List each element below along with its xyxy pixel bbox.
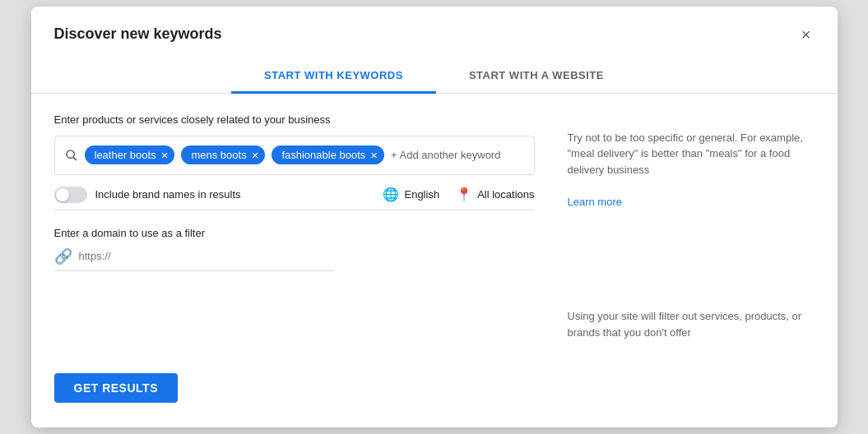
- tip1-text: Try not to be too specific or general. F…: [568, 132, 803, 176]
- globe-icon: 🌐: [383, 187, 399, 202]
- domain-input-wrap: 🔗: [54, 247, 334, 271]
- right-panel: Try not to be too specific or general. F…: [568, 113, 815, 341]
- search-icon: [65, 149, 78, 162]
- domain-label: Enter a domain to use as a filter: [54, 227, 535, 239]
- svg-line-1: [73, 157, 77, 160]
- location-label: All locations: [477, 188, 534, 201]
- tab-website[interactable]: START WITH A WEBSITE: [436, 59, 637, 94]
- tab-bar: START WITH KEYWORDS START WITH A WEBSITE: [31, 59, 838, 94]
- chip-label: fashionable boots: [281, 149, 365, 161]
- chip-label: mens boots: [191, 149, 246, 161]
- brand-label: Include brand names in results: [95, 188, 241, 201]
- svg-point-0: [67, 150, 74, 158]
- tip2: Using your site will filter out services…: [568, 308, 815, 340]
- link-icon: 🔗: [54, 247, 72, 265]
- tip1: Try not to be too specific or general. F…: [568, 130, 815, 210]
- chip-close-fashionable-boots[interactable]: ×: [370, 149, 378, 161]
- keyword-input-area[interactable]: leather boots × mens boots × fashionable…: [54, 136, 535, 175]
- modal-title: Discover new keywords: [54, 25, 222, 43]
- location-selector[interactable]: 📍 All locations: [456, 187, 534, 202]
- chip-close-leather-boots[interactable]: ×: [161, 149, 169, 161]
- brand-row: Include brand names in results 🌐 English…: [54, 187, 535, 203]
- pin-icon: 📍: [456, 187, 472, 202]
- tab-keywords[interactable]: START WITH KEYWORDS: [231, 59, 436, 94]
- keyword-chip-mens-boots: mens boots ×: [181, 145, 265, 164]
- learn-more-link[interactable]: Learn more: [568, 196, 622, 208]
- divider: [54, 210, 535, 210]
- language-label: English: [404, 188, 439, 201]
- brand-toggle[interactable]: [54, 187, 87, 203]
- get-results-button[interactable]: GET RESULTS: [54, 373, 178, 403]
- section-label: Enter products or services closely relat…: [54, 113, 535, 126]
- modal-header: Discover new keywords ×: [31, 7, 838, 46]
- add-keyword-link[interactable]: + Add another keyword: [391, 149, 500, 161]
- main-content: Enter products or services closely relat…: [31, 94, 838, 361]
- discover-keywords-modal: Discover new keywords × START WITH KEYWO…: [31, 7, 838, 428]
- keyword-chip-fashionable-boots: fashionable boots ×: [272, 145, 384, 164]
- left-panel: Enter products or services closely relat…: [54, 113, 535, 341]
- domain-section: Enter a domain to use as a filter 🔗: [54, 227, 535, 271]
- close-button[interactable]: ×: [798, 23, 815, 46]
- chip-close-mens-boots[interactable]: ×: [252, 149, 259, 161]
- chip-label: leather boots: [95, 149, 156, 161]
- footer: GET RESULTS: [31, 360, 838, 403]
- brand-right: 🌐 English 📍 All locations: [383, 187, 534, 202]
- toggle-slider: [54, 187, 87, 203]
- brand-left: Include brand names in results: [54, 187, 241, 203]
- tip2-text: Using your site will filter out services…: [568, 310, 802, 339]
- keyword-chip-leather-boots: leather boots ×: [85, 145, 175, 164]
- domain-input[interactable]: [79, 250, 309, 262]
- language-selector[interactable]: 🌐 English: [383, 187, 439, 202]
